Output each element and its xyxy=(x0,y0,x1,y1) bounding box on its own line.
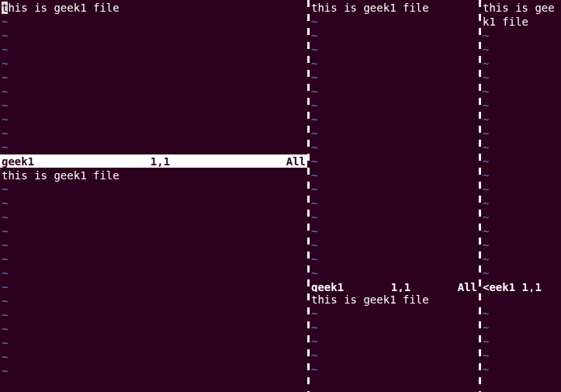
tilde-line: ~ xyxy=(483,141,489,154)
tilde-line: ~ xyxy=(2,337,8,349)
tilde-line: ~ xyxy=(483,29,489,42)
tilde-line: ~ xyxy=(483,267,489,279)
status-position: 1,1 xyxy=(151,154,170,168)
tilde-line: ~ xyxy=(2,351,8,363)
tilde-line: ~ xyxy=(2,43,8,56)
buffer-text: this is geek1 file xyxy=(311,2,429,14)
tilde-line: ~ xyxy=(2,113,8,126)
status-spacer xyxy=(344,280,391,292)
buffer-top-right[interactable]: this is gee k1 file ~ ~ ~ ~ ~ ~ ~ ~ ~ ~ … xyxy=(481,0,561,280)
pane-top-middle[interactable]: this is geek1 file ~ ~ ~ ~ ~ ~ ~ ~ ~ ~ ~… xyxy=(310,0,479,292)
left-column: this is geek1 file ~ ~ ~ ~ ~ ~ ~ ~ ~ ~ g… xyxy=(0,0,307,392)
pane-top-left[interactable]: this is geek1 file ~ ~ ~ ~ ~ ~ ~ ~ ~ ~ g… xyxy=(0,0,307,168)
tilde-line: ~ xyxy=(311,127,317,140)
tilde-line: ~ xyxy=(2,295,8,307)
tilde-line: ~ xyxy=(2,29,8,42)
tilde-line: ~ xyxy=(311,85,317,98)
tilde-line: ~ xyxy=(483,127,489,140)
tilde-line: ~ xyxy=(483,363,489,376)
tilde-line: ~ xyxy=(483,239,489,252)
status-spacer xyxy=(410,280,458,292)
tilde-line: ~ xyxy=(2,253,8,265)
tilde-line: ~ xyxy=(483,349,489,362)
buffer-bottom-right[interactable]: ~ ~ ~ ~ ~ xyxy=(481,292,561,392)
status-filename: geek1 xyxy=(2,154,34,168)
tilde-line: ~ xyxy=(483,155,489,168)
tilde-line: ~ xyxy=(311,349,317,362)
status-percent: All xyxy=(458,280,477,292)
tilde-line: ~ xyxy=(483,225,489,238)
tilde-line: ~ xyxy=(483,183,489,196)
tilde-line: ~ xyxy=(311,169,317,182)
tilde-line: ~ xyxy=(2,85,8,98)
tilde-line: ~ xyxy=(311,155,317,168)
tilde-line: ~ xyxy=(483,321,489,334)
tilde-line: ~ xyxy=(311,363,317,376)
buffer-text: this is geek1 file xyxy=(2,169,119,182)
status-percent: All xyxy=(286,154,306,168)
tilde-line: ~ xyxy=(311,321,317,334)
tilde-line: ~ xyxy=(2,57,8,70)
tilde-line: ~ xyxy=(311,197,317,210)
status-position: 1,1 xyxy=(522,280,542,292)
buffer-text: this is geek1 file xyxy=(311,293,429,306)
status-spacer xyxy=(515,280,521,292)
tilde-line: ~ xyxy=(2,239,8,252)
tilde-line: ~ xyxy=(311,239,317,252)
tilde-line: ~ xyxy=(2,267,8,279)
tilde-line: ~ xyxy=(311,267,317,279)
tilde-line: ~ xyxy=(483,253,489,265)
tilde-line: ~ xyxy=(2,183,8,196)
tilde-line: ~ xyxy=(483,197,489,210)
tilde-line: ~ xyxy=(483,335,489,348)
tilde-line: ~ xyxy=(483,71,489,84)
tilde-line: ~ xyxy=(2,323,8,335)
tilde-line: ~ xyxy=(483,43,489,56)
tilde-line: ~ xyxy=(2,197,8,210)
tilde-line: ~ xyxy=(2,309,8,321)
tilde-line: ~ xyxy=(311,253,317,265)
tilde-line: ~ xyxy=(2,211,8,224)
buffer-text-line2: k1 file xyxy=(483,16,528,28)
pane-top-right[interactable]: this is gee k1 file ~ ~ ~ ~ ~ ~ ~ ~ ~ ~ … xyxy=(481,0,561,292)
tilde-line: ~ xyxy=(2,281,8,293)
tilde-line: ~ xyxy=(311,29,317,42)
middle-column: this is geek1 file ~ ~ ~ ~ ~ ~ ~ ~ ~ ~ ~… xyxy=(310,0,479,392)
tilde-line: ~ xyxy=(2,16,8,28)
tilde-line: ~ xyxy=(311,211,317,224)
status-spacer xyxy=(34,154,151,168)
pane-bottom-right[interactable]: ~ ~ ~ ~ ~ xyxy=(481,292,561,392)
tilde-line: ~ xyxy=(311,307,317,320)
tilde-line: ~ xyxy=(483,211,489,224)
right-column: this is gee k1 file ~ ~ ~ ~ ~ ~ ~ ~ ~ ~ … xyxy=(481,0,561,392)
status-spacer xyxy=(170,154,286,168)
buffer-text: his is geek1 file xyxy=(8,2,119,14)
tilde-line: ~ xyxy=(311,113,317,126)
tilde-line: ~ xyxy=(2,225,8,238)
tilde-line: ~ xyxy=(2,99,8,112)
pane-bottom-middle[interactable]: this is geek1 file ~ ~ ~ ~ ~ xyxy=(310,292,479,392)
status-filename: <eek1 xyxy=(483,280,515,292)
pane-bottom-left[interactable]: this is geek1 file ~ ~ ~ ~ ~ ~ ~ ~ ~ ~ ~… xyxy=(0,168,307,392)
tilde-line: ~ xyxy=(483,57,489,70)
status-line-top-right: <eek1 1,1 xyxy=(481,280,561,292)
tilde-line: ~ xyxy=(2,365,8,377)
buffer-top-middle[interactable]: this is geek1 file ~ ~ ~ ~ ~ ~ ~ ~ ~ ~ ~… xyxy=(310,0,479,280)
tilde-line: ~ xyxy=(311,43,317,56)
buffer-top-left[interactable]: this is geek1 file ~ ~ ~ ~ ~ ~ ~ ~ ~ ~ xyxy=(0,0,307,154)
tilde-line: ~ xyxy=(483,307,489,320)
tilde-line: ~ xyxy=(311,57,317,70)
buffer-bottom-middle[interactable]: this is geek1 file ~ ~ ~ ~ ~ xyxy=(310,292,479,392)
tilde-line: ~ xyxy=(311,335,317,348)
tilde-line: ~ xyxy=(311,71,317,84)
tilde-line: ~ xyxy=(311,16,317,28)
buffer-bottom-left[interactable]: this is geek1 file ~ ~ ~ ~ ~ ~ ~ ~ ~ ~ ~… xyxy=(0,168,307,392)
tilde-line: ~ xyxy=(2,141,8,154)
status-line-top-middle: geek1 1,1 All xyxy=(310,280,479,292)
vim-screen: this is geek1 file ~ ~ ~ ~ ~ ~ ~ ~ ~ ~ g… xyxy=(0,0,561,392)
tilde-line: ~ xyxy=(311,183,317,196)
tilde-line: ~ xyxy=(483,85,489,98)
status-line-top-left: geek1 1,1 All xyxy=(0,154,307,168)
tilde-line: ~ xyxy=(311,225,317,238)
tilde-line: ~ xyxy=(483,113,489,126)
